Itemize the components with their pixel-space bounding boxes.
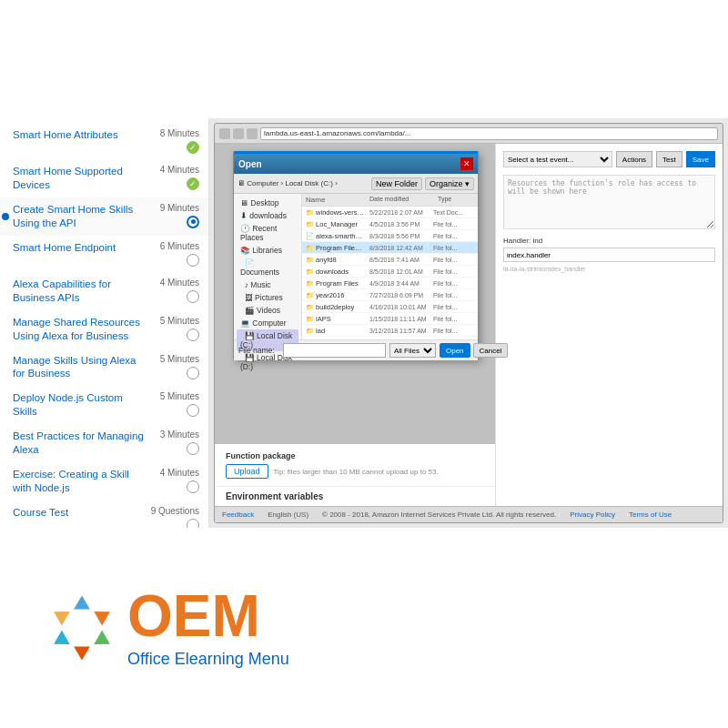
- file-type: File fol...: [433, 280, 474, 287]
- file-row[interactable]: 📁 Users5/6/2018 8:47 AMFile fol...: [302, 337, 478, 339]
- sidebar-item-duration: 8 Minutes: [160, 128, 199, 138]
- file-row[interactable]: 📁 Program Files4/9/2018 3:44 AMFile fol.…: [302, 278, 478, 289]
- browser-right-panel: Select a test event... Actions Test Save…: [495, 144, 723, 522]
- file-row[interactable]: 📁 lad3/12/2018 11:57 AMFile fol...: [302, 325, 478, 337]
- svg-marker-4: [50, 631, 70, 652]
- svg-marker-5: [50, 605, 70, 626]
- file-row[interactable]: 📁 windows-version5/22/2018 2:07 AMText D…: [302, 207, 478, 218]
- open-btn[interactable]: Open: [440, 343, 470, 358]
- nav-desktop[interactable]: 🖥 Desktop: [237, 197, 298, 209]
- browser-address-bar[interactable]: lambda.us-east-1.amazonaws.com/lambda/..…: [260, 127, 718, 140]
- sidebar-item-duration: 5 Minutes: [160, 354, 199, 364]
- file-date: 4/16/2018 10:01 AM: [369, 304, 429, 310]
- nav-libraries[interactable]: 📚 Libraries: [237, 244, 298, 257]
- sidebar-item-smart-home-attributes[interactable]: Smart Home Attributes8 Minutes✓: [0, 123, 208, 159]
- panel-toolbar: Select a test event... Actions Test Save: [503, 151, 715, 167]
- sidebar-item-status-icon: [187, 519, 199, 528]
- file-name: 📁 Loc_Manager: [306, 220, 365, 228]
- sidebar-item-status-icon: ✓: [187, 177, 199, 190]
- nav-music[interactable]: ♪ Music: [237, 278, 298, 291]
- sidebar-item-course-test[interactable]: Course Test9 Questions: [0, 500, 208, 528]
- file-row[interactable]: 📁 build2deploy4/16/2018 10:01 AMFile fol…: [302, 301, 478, 313]
- sidebar-item-smart-home-supported-devices[interactable]: Smart Home Supported Devices4 Minutes✓: [0, 159, 208, 197]
- footer-buttons: Open Cancel: [440, 343, 508, 358]
- file-type: File fol...: [433, 304, 474, 310]
- browser-forward-btn[interactable]: [233, 128, 244, 139]
- env-label: Environment variables: [226, 491, 484, 501]
- filename-input[interactable]: [283, 343, 386, 358]
- sidebar-item-smart-home-endpoint[interactable]: Smart Home Endpoint6 Minutes: [0, 236, 208, 272]
- file-list-header: Name Date modified Type: [302, 194, 478, 207]
- file-type: File fol...: [433, 316, 474, 322]
- file-row[interactable]: 📁 year20167/27/2018 6:09 PMFile fol...: [302, 289, 478, 301]
- top-bar: [0, 0, 728, 118]
- handler-placeholder-label: la-da-la-strimlomdex_handler: [503, 266, 715, 272]
- organize-btn[interactable]: Organize ▾: [425, 177, 474, 190]
- upload-btn[interactable]: Upload: [226, 464, 268, 479]
- cancel-btn[interactable]: Cancel: [473, 343, 509, 358]
- file-date: 4/9/2018 3:44 AM: [369, 280, 429, 287]
- upload-label: Function package: [226, 451, 484, 460]
- actions-btn[interactable]: Actions: [616, 151, 652, 167]
- file-row[interactable]: 📁 downloads8/5/2018 12:01 AMFile fol...: [302, 266, 478, 278]
- test-btn[interactable]: Test: [656, 151, 682, 167]
- feedback-link[interactable]: Feedback: [222, 511, 254, 519]
- language-selector[interactable]: English (US): [268, 511, 308, 519]
- file-name: 📄 alexa-smarthm...: [306, 232, 365, 240]
- sidebar-item-status-icon: ✓: [187, 141, 199, 154]
- file-row[interactable]: 📁 Program Files (x86)8/3/2018 12:42 AMFi…: [302, 242, 478, 254]
- nav-recent[interactable]: 🕐 Recent Places: [237, 222, 298, 244]
- sidebar: Smart Home Attributes8 Minutes✓Smart Hom…: [0, 118, 209, 528]
- filetype-select[interactable]: All Files: [389, 343, 436, 358]
- nav-computer[interactable]: 💻 Computer: [237, 317, 298, 329]
- file-type: File fol...: [433, 221, 474, 228]
- file-row[interactable]: 📄 alexa-smarthm...8/3/2018 5:56 PMFile f…: [302, 230, 478, 242]
- sidebar-item-status-icon: [187, 480, 199, 493]
- file-row[interactable]: 📁 lAPS1/15/2018 11:11 AMFile fol...: [302, 313, 478, 325]
- svg-marker-1: [94, 605, 114, 626]
- terms-link[interactable]: Terms of Use: [629, 511, 672, 519]
- file-row[interactable]: 📁 anyfd88/5/2018 7:41 AMFile fol...: [302, 254, 478, 266]
- nav-downloads[interactable]: ⬇ downloads: [237, 209, 298, 222]
- file-date: 8/3/2018 12:42 AM: [369, 245, 429, 251]
- sidebar-item-duration: 6 Minutes: [160, 241, 199, 251]
- nav-documents[interactable]: 📄 Documents: [237, 257, 298, 278]
- sidebar-item-best-practices[interactable]: Best Practices for Managing Alexa3 Minut…: [0, 424, 208, 462]
- file-date: 5/6/2018 8:47 AM: [369, 339, 429, 340]
- sidebar-item-label: Manage Skills Using Alexa for Business: [13, 354, 149, 381]
- sidebar-item-deploy-nodejs[interactable]: Deploy Node.js Custom Skills5 Minutes: [0, 386, 208, 424]
- col-date: Date modified: [369, 196, 429, 204]
- file-dialog-close-btn[interactable]: ✕: [460, 157, 473, 170]
- sidebar-item-manage-shared-resources[interactable]: Manage Shared Resources Using Alexa for …: [0, 310, 208, 349]
- sidebar-item-duration: 3 Minutes: [160, 430, 199, 440]
- col-type: Type: [438, 196, 474, 204]
- file-type: File fol...: [433, 233, 474, 239]
- oem-logo-text: OEM: [127, 587, 289, 645]
- file-date: 8/3/2018 5:56 PM: [369, 233, 429, 239]
- browser-refresh-btn[interactable]: [247, 128, 258, 139]
- browser-status-bar: Feedback English (US) © 2008 - 2018, Ama…: [215, 506, 723, 522]
- file-dialog: Open ✕ 🖥 Computer › Local Disk (C:) › Ne…: [233, 151, 479, 360]
- sidebar-item-manage-skills-alexa[interactable]: Manage Skills Using Alexa for Business5 …: [0, 349, 208, 387]
- test-event-select[interactable]: Select a test event...: [503, 151, 612, 167]
- handler-input[interactable]: [503, 248, 715, 262]
- sidebar-item-exercise-creating-skill[interactable]: Exercise: Creating a Skill with Node.js4…: [0, 462, 208, 500]
- file-type: File fol...: [433, 339, 474, 340]
- file-type: File fol...: [433, 245, 474, 251]
- resource-text-area[interactable]: Resources the function's role has access…: [503, 175, 715, 229]
- new-folder-btn[interactable]: New Folder: [371, 177, 422, 190]
- file-rows-container: 📁 windows-version5/22/2018 2:07 AMText D…: [302, 207, 478, 339]
- nav-videos[interactable]: 🎬 Videos: [237, 304, 298, 317]
- browser-back-btn[interactable]: [219, 128, 230, 139]
- sidebar-item-alexa-capabilities[interactable]: Alexa Capabilities for Business APIs4 Mi…: [0, 272, 208, 310]
- sidebar-item-create-smart-home-skills[interactable]: Create Smart Home Skills Using the API9 …: [0, 197, 208, 236]
- col-name: Name: [306, 196, 360, 204]
- sidebar-item-duration: 9 Questions: [151, 506, 199, 516]
- privacy-policy-link[interactable]: Privacy Policy: [570, 511, 615, 519]
- nav-pictures[interactable]: 🖼 Pictures: [237, 291, 298, 304]
- sidebar-item-status-icon: [187, 290, 199, 303]
- save-btn[interactable]: Save: [686, 151, 715, 167]
- sidebar-item-label: Best Practices for Managing Alexa: [13, 430, 149, 457]
- file-row[interactable]: 📁 Loc_Manager4/5/2018 3:56 PMFile fol...: [302, 218, 478, 230]
- browser-toolbar: lambda.us-east-1.amazonaws.com/lambda/..…: [215, 124, 723, 144]
